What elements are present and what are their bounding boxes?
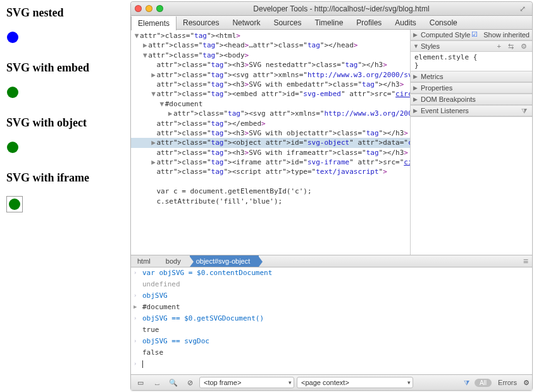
dom-node[interactable]: ▼attr">class="tag"><embed attr">id="svg-… <box>131 89 410 99</box>
svg-nested-circle <box>6 31 120 45</box>
dom-node[interactable]: ▶attr">class="tag"><svg attr">xmlns="htt… <box>131 109 410 118</box>
minimize-window-button[interactable] <box>146 5 152 12</box>
svg-object-circle <box>6 141 120 155</box>
crumb-object-svg-object[interactable]: object#svg-object <box>190 255 259 267</box>
dom-node[interactable]: attr">class="tag"></embed> <box>131 119 410 128</box>
dock-icon[interactable]: ▭ <box>134 377 147 388</box>
gear-icon[interactable]: ⚙ <box>521 42 530 50</box>
console-input-line: ›objSVG == $0.getSVGDocument() <box>131 313 532 324</box>
console-output-line: false <box>131 347 532 358</box>
tab-sources[interactable]: Sources <box>267 16 308 29</box>
dom-breakpoints-header[interactable]: ▶DOM Breakpoints <box>411 94 532 105</box>
dom-node[interactable]: ▼attr">class="tag"><body> <box>131 51 410 60</box>
filter-all-button[interactable]: All <box>475 379 492 387</box>
tab-network[interactable]: Network <box>226 16 267 29</box>
window-titlebar[interactable]: Developer Tools - http://localhost/~ider… <box>131 2 532 16</box>
dom-node[interactable]: attr">class="tag"><h3>SVG with iframeatt… <box>131 148 410 157</box>
styles-header[interactable]: ▼Styles + ⇆ ⚙ <box>411 41 532 52</box>
devtools-window: Developer Tools - http://localhost/~ider… <box>130 1 533 391</box>
zoom-window-button[interactable] <box>156 5 163 12</box>
context-select[interactable]: <page context>▾ <box>297 377 413 388</box>
tab-elements[interactable]: Elements <box>131 16 177 30</box>
dom-node[interactable]: ▶attr">class="tag"><head>…attr">class="t… <box>131 40 410 50</box>
svg-point-1 <box>7 87 18 98</box>
styles-body[interactable]: element.style { } <box>411 52 532 71</box>
filter-icon[interactable]: ⧩ <box>521 107 530 114</box>
dom-node[interactable]: attr">class="tag"><h3>SVG with objectatt… <box>131 128 410 138</box>
dom-tree-panel[interactable]: ▼attr">class="tag"><html> ▶attr">class="… <box>131 30 411 255</box>
console-output-line: true <box>131 324 532 336</box>
console-output-line: undefined <box>131 279 532 290</box>
svg-iframe-box <box>6 196 120 214</box>
dom-node[interactable]: attr">class="tag"><h3>SVG with embedattr… <box>131 80 410 89</box>
dom-node[interactable]: ▶attr">class="tag"><object attr">id="svg… <box>131 138 410 147</box>
menu-icon[interactable]: ≡ <box>523 256 528 266</box>
close-window-button[interactable] <box>135 5 142 12</box>
breadcrumb: htmlbodyobject#svg-object≡ <box>131 255 532 267</box>
svg-point-3 <box>9 199 20 210</box>
tab-console[interactable]: Console <box>423 16 464 29</box>
dom-node[interactable]: ▶attr">class="tag"><svg attr">xmlns="htt… <box>131 70 410 80</box>
show-inherited-checkbox[interactable]: ☑ <box>471 30 478 39</box>
dom-node[interactable]: attr">class="tag"><h3>SVG nestedattr">cl… <box>131 60 410 70</box>
console-prompt[interactable]: › <box>131 358 532 370</box>
expand-icon[interactable]: ⤢ <box>519 4 528 13</box>
tab-profiles[interactable]: Profiles <box>350 16 388 29</box>
heading-object: SVG with object <box>6 116 120 130</box>
heading-nested: SVG nested <box>6 6 120 20</box>
crumb-body[interactable]: body <box>159 255 190 267</box>
dom-node[interactable]: ▼#document <box>131 99 410 109</box>
properties-header[interactable]: ▶Properties <box>411 83 532 94</box>
dom-node[interactable]: var c = document.getElementById('c'); <box>131 187 410 196</box>
dom-node[interactable]: attr">class="tag"><script attr">type="te… <box>131 167 410 176</box>
new-style-rule-icon[interactable]: + <box>497 42 503 50</box>
console-output-line: ▶#document <box>131 302 532 313</box>
show-console-icon[interactable]: ⎵ <box>150 377 164 388</box>
dom-node[interactable]: ▶attr">class="tag"><iframe attr">id="svg… <box>131 157 410 167</box>
window-title: Developer Tools - http://localhost/~ider… <box>163 4 519 13</box>
computed-style-header[interactable]: ▶Computed Style ☑ Show inherited <box>411 30 532 40</box>
dom-node[interactable] <box>131 177 410 187</box>
statusbar: ▭ ⎵ 🔍 ⊘ <top frame>▾ <page context>▾ ⧩ A… <box>131 375 532 390</box>
console-panel[interactable]: ›var objSVG = $0.contentDocumentundefine… <box>131 267 532 375</box>
crumb-html[interactable]: html <box>131 255 159 267</box>
console-input-line: ›objSVG <box>131 290 532 302</box>
clear-console-icon[interactable]: ⊘ <box>183 377 197 388</box>
gear-icon[interactable]: ⚙ <box>523 379 530 387</box>
toggle-state-icon[interactable]: ⇆ <box>508 42 516 50</box>
heading-embed: SVG with embed <box>6 61 120 75</box>
rendered-page: SVG nested SVG with embed SVG with objec… <box>0 0 127 236</box>
frame-select[interactable]: <top frame>▾ <box>199 377 294 388</box>
filter-errors-button[interactable]: Errors <box>497 379 518 386</box>
dom-node[interactable]: c.setAttribute('fill','blue'); <box>131 197 410 206</box>
heading-iframe: SVG with iframe <box>6 171 120 185</box>
panel-tabbar: ElementsResourcesNetworkSourcesTimelineP… <box>131 16 532 30</box>
console-input-line: ›var objSVG = $0.contentDocument <box>131 267 532 279</box>
svg-point-0 <box>7 32 18 43</box>
dom-node[interactable]: ▼attr">class="tag"><html> <box>131 31 410 40</box>
event-listeners-header[interactable]: ▶Event Listeners⧩ <box>411 106 532 116</box>
styles-sidebar: ▶Computed Style ☑ Show inherited ▼Styles… <box>411 30 532 255</box>
svg-embed-circle <box>6 86 120 100</box>
tab-audits[interactable]: Audits <box>388 16 423 29</box>
console-input-line: ›objSVG == svgDoc <box>131 336 532 347</box>
search-icon[interactable]: 🔍 <box>166 377 180 388</box>
metrics-header[interactable]: ▶Metrics <box>411 71 532 82</box>
tab-resources[interactable]: Resources <box>177 16 226 29</box>
tab-timeline[interactable]: Timeline <box>308 16 350 29</box>
svg-point-2 <box>7 142 18 153</box>
filter-icon[interactable]: ⧩ <box>464 379 469 387</box>
